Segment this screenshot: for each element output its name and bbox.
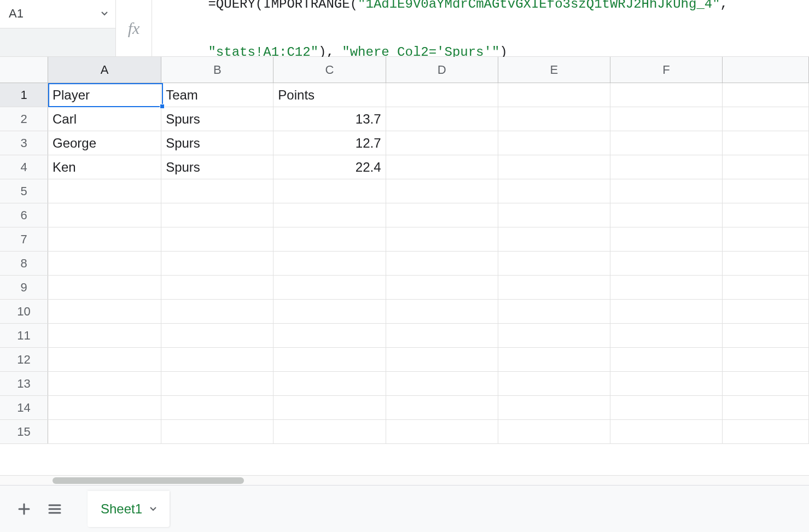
cell-B12[interactable]: [161, 348, 273, 371]
cell-A2[interactable]: Carl: [48, 107, 161, 131]
cell-G5[interactable]: [723, 179, 809, 203]
cell-A12[interactable]: [48, 348, 161, 371]
cell-E11[interactable]: [498, 324, 610, 347]
cell-E12[interactable]: [498, 348, 610, 371]
cell-A9[interactable]: [48, 276, 161, 299]
row-header-10[interactable]: 10: [0, 300, 48, 323]
row-header-1[interactable]: 1: [0, 83, 48, 107]
cell-E3[interactable]: [498, 131, 610, 155]
cell-E14[interactable]: [498, 396, 610, 419]
horizontal-scrollbar[interactable]: [0, 475, 809, 485]
cell-B7[interactable]: [161, 227, 273, 251]
row-header-4[interactable]: 4: [0, 155, 48, 179]
row-header-5[interactable]: 5: [0, 179, 48, 203]
cell-C3[interactable]: 12.7: [273, 131, 386, 155]
cell-B3[interactable]: Spurs: [161, 131, 273, 155]
column-header-E[interactable]: E: [498, 57, 610, 83]
cell-C12[interactable]: [273, 348, 386, 371]
horizontal-scrollbar-thumb[interactable]: [53, 477, 244, 484]
row-header-6[interactable]: 6: [0, 203, 48, 227]
cell-A13[interactable]: [48, 372, 161, 395]
cell-D5[interactable]: [386, 179, 498, 203]
cell-B11[interactable]: [161, 324, 273, 347]
cell-B13[interactable]: [161, 372, 273, 395]
cell-D9[interactable]: [386, 276, 498, 299]
cell-B10[interactable]: [161, 300, 273, 323]
cell-G15[interactable]: [723, 420, 809, 443]
cell-F3[interactable]: [610, 131, 723, 155]
cell-E4[interactable]: [498, 155, 610, 179]
cell-F5[interactable]: [610, 179, 723, 203]
cell-G11[interactable]: [723, 324, 809, 347]
cell-A11[interactable]: [48, 324, 161, 347]
cell-G1[interactable]: [723, 83, 809, 107]
cell-F1[interactable]: [610, 83, 723, 107]
cell-D13[interactable]: [386, 372, 498, 395]
cell-B6[interactable]: [161, 203, 273, 227]
cell-F9[interactable]: [610, 276, 723, 299]
cell-A4[interactable]: Ken: [48, 155, 161, 179]
cell-G9[interactable]: [723, 276, 809, 299]
cell-E5[interactable]: [498, 179, 610, 203]
cell-E2[interactable]: [498, 107, 610, 131]
cell-G2[interactable]: [723, 107, 809, 131]
cell-A15[interactable]: [48, 420, 161, 443]
row-header-12[interactable]: 12: [0, 348, 48, 371]
cell-C13[interactable]: [273, 372, 386, 395]
cell-B5[interactable]: [161, 179, 273, 203]
column-header-F[interactable]: F: [610, 57, 723, 83]
column-header-D[interactable]: D: [386, 57, 498, 83]
cell-G4[interactable]: [723, 155, 809, 179]
cell-F6[interactable]: [610, 203, 723, 227]
cell-C10[interactable]: [273, 300, 386, 323]
cell-C7[interactable]: [273, 227, 386, 251]
cell-A7[interactable]: [48, 227, 161, 251]
cell-D15[interactable]: [386, 420, 498, 443]
cell-C5[interactable]: [273, 179, 386, 203]
cell-E1[interactable]: [498, 83, 610, 107]
row-header-8[interactable]: 8: [0, 252, 48, 275]
row-header-3[interactable]: 3: [0, 131, 48, 155]
row-header-14[interactable]: 14: [0, 396, 48, 419]
cell-F12[interactable]: [610, 348, 723, 371]
cell-D2[interactable]: [386, 107, 498, 131]
cell-G3[interactable]: [723, 131, 809, 155]
cell-B9[interactable]: [161, 276, 273, 299]
column-header-extra[interactable]: [723, 57, 809, 83]
cell-C9[interactable]: [273, 276, 386, 299]
cell-A8[interactable]: [48, 252, 161, 275]
formula-input[interactable]: =QUERY(IMPORTRANGE("1AdlE9V0aYMdrCmAGtvG…: [152, 0, 809, 56]
cell-A10[interactable]: [48, 300, 161, 323]
cell-A1[interactable]: Player: [48, 83, 161, 107]
cell-E13[interactable]: [498, 372, 610, 395]
cell-D14[interactable]: [386, 396, 498, 419]
cell-E9[interactable]: [498, 276, 610, 299]
cell-F8[interactable]: [610, 252, 723, 275]
cell-G7[interactable]: [723, 227, 809, 251]
cell-E15[interactable]: [498, 420, 610, 443]
column-header-A[interactable]: A: [48, 57, 161, 83]
cell-G14[interactable]: [723, 396, 809, 419]
cell-G8[interactable]: [723, 252, 809, 275]
cell-D4[interactable]: [386, 155, 498, 179]
cell-B8[interactable]: [161, 252, 273, 275]
row-header-2[interactable]: 2: [0, 107, 48, 131]
cell-A5[interactable]: [48, 179, 161, 203]
cell-C1[interactable]: Points: [273, 83, 386, 107]
cell-D8[interactable]: [386, 252, 498, 275]
cell-F13[interactable]: [610, 372, 723, 395]
cell-F7[interactable]: [610, 227, 723, 251]
cell-G13[interactable]: [723, 372, 809, 395]
row-header-15[interactable]: 15: [0, 420, 48, 443]
cell-F4[interactable]: [610, 155, 723, 179]
select-all-corner[interactable]: [0, 57, 48, 83]
all-sheets-button[interactable]: [42, 496, 68, 522]
column-header-C[interactable]: C: [273, 57, 386, 83]
cell-B4[interactable]: Spurs: [161, 155, 273, 179]
cell-E8[interactable]: [498, 252, 610, 275]
cell-A6[interactable]: [48, 203, 161, 227]
name-box[interactable]: A1: [0, 0, 116, 28]
cell-D1[interactable]: [386, 83, 498, 107]
cell-B1[interactable]: Team: [161, 83, 273, 107]
chevron-down-icon[interactable]: [150, 507, 156, 511]
